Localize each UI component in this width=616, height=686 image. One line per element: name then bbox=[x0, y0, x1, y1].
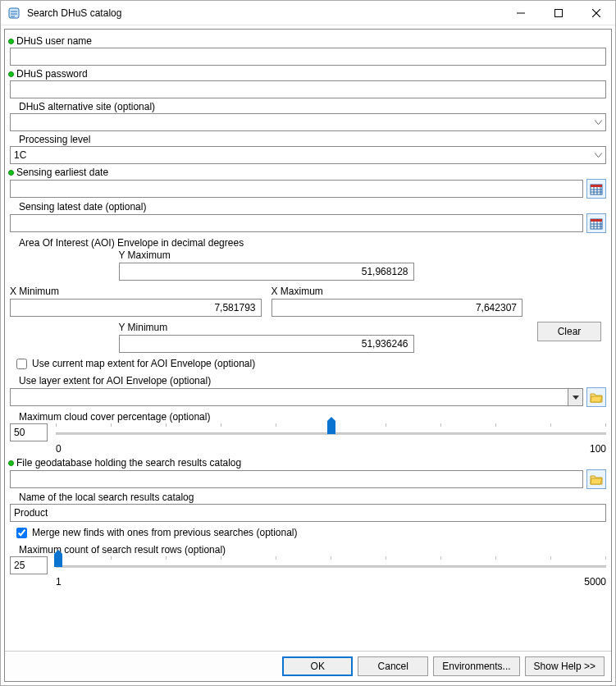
earliest-label: Sensing earliest date bbox=[16, 167, 108, 178]
layer-extent-combo[interactable] bbox=[10, 388, 583, 406]
show-help-button[interactable]: Show Help >> bbox=[525, 656, 605, 676]
folder-open-icon[interactable] bbox=[586, 469, 606, 489]
cloud-value-input[interactable] bbox=[10, 423, 48, 441]
maxrows-value-input[interactable] bbox=[10, 556, 48, 574]
environments-button[interactable]: Environments... bbox=[433, 656, 519, 676]
pass-label: DHuS password bbox=[16, 68, 88, 80]
window-title: Search DHuS catalog bbox=[27, 7, 502, 19]
required-dot-icon bbox=[8, 460, 14, 466]
xmax-label: X Maximum bbox=[271, 286, 523, 297]
catalog-name-input[interactable] bbox=[10, 504, 606, 522]
chevron-down-icon[interactable] bbox=[568, 389, 582, 405]
svg-rect-13 bbox=[591, 219, 602, 222]
latest-label: Sensing latest date (optional) bbox=[19, 201, 146, 213]
clear-button[interactable]: Clear bbox=[537, 322, 601, 341]
ok-button[interactable]: OK bbox=[282, 656, 353, 676]
folder-open-icon[interactable] bbox=[586, 387, 606, 407]
ymax-label: Y Maximum bbox=[119, 249, 414, 261]
pass-input[interactable] bbox=[10, 80, 606, 98]
proclevel-combo[interactable] bbox=[10, 146, 606, 164]
layer-extent-label: Use layer extent for AOI Envelope (optio… bbox=[19, 375, 211, 386]
latest-input[interactable] bbox=[10, 214, 583, 232]
cloud-label: Maximum cloud cover percentage (optional… bbox=[19, 411, 210, 423]
cloud-slider[interactable] bbox=[56, 428, 606, 438]
xmin-label: X Minimum bbox=[10, 286, 262, 297]
titlebar: Search DHuS catalog bbox=[1, 1, 615, 25]
maxrows-max: 5000 bbox=[584, 576, 606, 588]
gdb-input[interactable] bbox=[10, 470, 583, 488]
catalog-name-label: Name of the local search results catalog bbox=[19, 492, 194, 503]
close-button[interactable] bbox=[577, 1, 615, 25]
slider-thumb-icon[interactable] bbox=[54, 554, 62, 567]
merge-checkbox[interactable] bbox=[16, 528, 27, 538]
use-current-extent-label: Use current map extent for AOI Envelope … bbox=[32, 358, 255, 369]
ymin-input[interactable] bbox=[119, 335, 414, 353]
use-current-extent-checkbox[interactable] bbox=[16, 359, 27, 369]
cancel-button[interactable]: Cancel bbox=[358, 656, 428, 676]
altsite-label: DHuS alternative site (optional) bbox=[19, 101, 155, 112]
required-dot-icon bbox=[8, 170, 14, 176]
ymin-label: Y Minimum bbox=[119, 322, 414, 333]
maximize-button[interactable] bbox=[540, 1, 577, 25]
merge-label: Merge new finds with ones from previous … bbox=[32, 527, 297, 538]
calendar-icon[interactable] bbox=[586, 179, 606, 199]
aoi-heading: Area Of Interest (AOI) Envelope in decim… bbox=[19, 237, 244, 249]
maxrows-min: 1 bbox=[56, 576, 62, 588]
dialog-window: Search DHuS catalog DHuS user name DHuS … bbox=[0, 0, 616, 686]
maxrows-slider[interactable] bbox=[56, 560, 606, 571]
svg-rect-2 bbox=[555, 9, 563, 16]
ymax-input[interactable] bbox=[119, 263, 414, 281]
earliest-input[interactable] bbox=[10, 180, 583, 198]
required-dot-icon bbox=[8, 39, 14, 44]
calendar-icon[interactable] bbox=[586, 213, 606, 233]
required-dot-icon bbox=[8, 71, 14, 77]
maxrows-label: Maximum count of search result rows (opt… bbox=[19, 544, 226, 556]
slider-thumb-icon[interactable] bbox=[327, 421, 335, 434]
app-icon bbox=[7, 7, 21, 20]
xmax-input[interactable] bbox=[271, 299, 523, 317]
user-input[interactable] bbox=[10, 48, 606, 66]
svg-rect-6 bbox=[591, 185, 602, 187]
button-bar: OK Cancel Environments... Show Help >> bbox=[5, 651, 611, 681]
form-scroll-area[interactable]: DHuS user name DHuS password DHuS altern… bbox=[5, 30, 611, 651]
content-frame: DHuS user name DHuS password DHuS altern… bbox=[4, 29, 612, 682]
chevron-down-icon[interactable] bbox=[591, 114, 605, 130]
chevron-down-icon[interactable] bbox=[591, 147, 605, 163]
cloud-max: 100 bbox=[590, 443, 606, 455]
minimize-button[interactable] bbox=[502, 1, 540, 25]
user-label: DHuS user name bbox=[16, 35, 92, 47]
cloud-min: 0 bbox=[56, 443, 62, 455]
proclevel-label: Processing level bbox=[19, 134, 90, 145]
gdb-label: File geodatabase holding the search resu… bbox=[16, 457, 241, 469]
altsite-combo[interactable] bbox=[10, 113, 606, 131]
xmin-input[interactable] bbox=[10, 299, 262, 317]
